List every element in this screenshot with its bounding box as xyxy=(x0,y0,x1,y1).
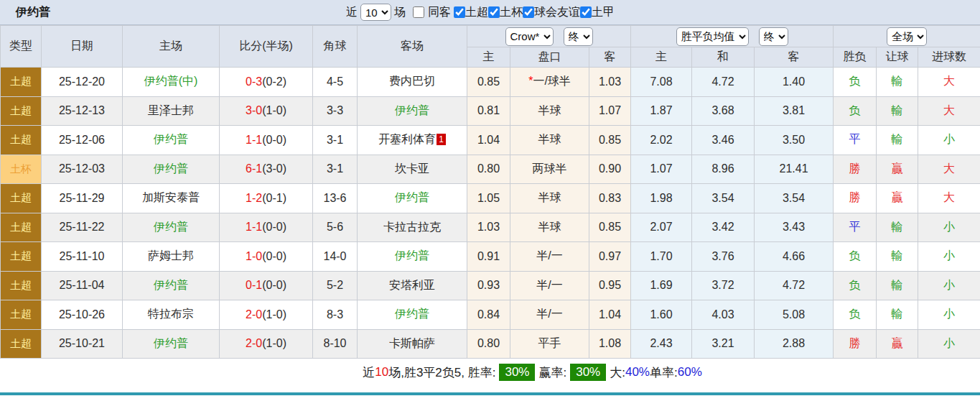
handicap-cell: 两球半 xyxy=(510,155,589,184)
corners-cell: 8-10 xyxy=(313,329,358,359)
avg-away-cell: 5.08 xyxy=(755,300,834,330)
home-team-cell: 伊约普(中) xyxy=(123,68,220,97)
league-label: 土杯 xyxy=(500,5,523,20)
avg-type-select[interactable]: 胜平负均值 xyxy=(676,27,749,46)
home-team-name: 伊约普 xyxy=(154,221,188,233)
date-cell: 25-11-22 xyxy=(42,213,123,242)
league-checkbox-1[interactable] xyxy=(488,6,500,18)
match-table: 类型 日期 主场 比分(半场) 角球 客场 Crow* 终 胜平负均值 终 全场 xyxy=(0,25,980,359)
fulltime-score: 0-1 xyxy=(246,279,262,291)
result-cell: 勝 xyxy=(834,184,877,213)
score-cell: 0-3(0-2) xyxy=(220,68,313,97)
avg-draw-cell: 4.03 xyxy=(692,300,755,330)
subcol-odds-away: 客 xyxy=(589,47,631,68)
avg-home-cell: 7.08 xyxy=(631,68,692,97)
corners-cell: 3-1 xyxy=(313,155,358,184)
subcol-handicap: 盘口 xyxy=(510,47,589,68)
goals-cell: 小 xyxy=(918,126,980,155)
avg-state-select[interactable]: 终 xyxy=(759,27,788,46)
halftime-score: (3-0) xyxy=(262,162,286,175)
date-cell: 25-12-20 xyxy=(42,68,123,97)
summary-text: 近 xyxy=(363,364,375,381)
avg-away-cell: 2.88 xyxy=(755,329,834,359)
odds-home-cell: 0.85 xyxy=(467,68,510,97)
same-away-checkbox[interactable] xyxy=(413,6,424,18)
type-cell: 土超 xyxy=(1,242,42,272)
subcol-odds-home: 主 xyxy=(467,47,510,68)
score-cell: 3-0(1-0) xyxy=(220,96,313,126)
home-team-cell: 伊约普 xyxy=(123,329,220,359)
scope-select[interactable]: 全场 xyxy=(887,27,927,46)
summary-text: 单率: xyxy=(650,364,678,381)
match-rows: 土超25-12-20伊约普(中)0-3(0-2)4-5费内巴切0.85*一/球半… xyxy=(1,68,980,359)
halftime-score: (0-0) xyxy=(262,221,286,233)
subcol-result: 胜负 xyxy=(834,47,877,68)
page-title: 伊约普 xyxy=(16,0,50,24)
home-team-cell: 特拉布宗 xyxy=(123,300,220,330)
avg-draw-cell: 3.46 xyxy=(692,126,755,155)
handicap-result-cell: 輸 xyxy=(877,96,918,126)
odds-away-cell: 1.03 xyxy=(589,68,631,97)
handicap-cell: 半/一 xyxy=(510,300,589,330)
scope-group-header: 全场 xyxy=(834,26,980,47)
avg-home-cell: 2.07 xyxy=(631,213,692,242)
halftime-score: (0-1) xyxy=(262,192,286,204)
same-away-label: 同客 xyxy=(428,5,451,20)
handicap-cell: 半/一 xyxy=(510,271,589,300)
fulltime-score: 6-1 xyxy=(246,162,262,175)
away-team-cell: 卡斯帕萨 xyxy=(358,329,467,359)
odds-company-select[interactable]: Crow* xyxy=(505,27,554,46)
halftime-score: (1-0) xyxy=(262,337,286,349)
avg-draw-cell: 3.68 xyxy=(692,96,755,126)
league-label: 土超 xyxy=(465,5,488,20)
table-row: 土杯25-12-03伊约普6-1(3-0)3-1坎卡亚0.80两球半0.901.… xyxy=(1,155,980,184)
recent-count-select[interactable]: 10 xyxy=(360,4,391,21)
fulltime-score: 2-0 xyxy=(246,337,262,349)
subcol-avg-away: 客 xyxy=(755,47,834,68)
corners-cell: 14-0 xyxy=(313,242,358,272)
table-row: 土超25-12-06伊约普1-1(0-0)3-1开塞利体育11.04半球0.85… xyxy=(1,126,980,155)
score-cell: 1-2(0-1) xyxy=(220,184,313,213)
avg-away-cell: 1.40 xyxy=(755,68,834,97)
away-team-cell: 伊约普 xyxy=(358,96,467,126)
odds-away-cell: 1.07 xyxy=(589,96,631,126)
handicap-cell: 半球 xyxy=(510,213,589,242)
table-row: 土超25-12-13里泽士邦3-0(1-0)3-3伊约普0.81半球1.071.… xyxy=(1,96,980,126)
result-cell: 负 xyxy=(834,300,877,330)
table-row: 土超25-11-10萨姆士邦1-0(0-0)14-0伊约普0.91半/一0.97… xyxy=(1,242,980,272)
type-cell: 土杯 xyxy=(1,155,42,184)
league-filter-item: 土杯 xyxy=(488,5,523,20)
corners-cell: 3-3 xyxy=(313,96,358,126)
odds-away-cell: 1.08 xyxy=(589,329,631,359)
league-checkbox-0[interactable] xyxy=(454,6,465,18)
odds-state-select[interactable]: 终 xyxy=(564,27,593,46)
handicap-cell: 半球 xyxy=(510,126,589,155)
halftime-score: (0-0) xyxy=(262,279,286,291)
handicap-result-cell: 輸 xyxy=(877,126,918,155)
summary-text: 赢率: xyxy=(538,364,566,381)
table-row: 土超25-12-20伊约普(中)0-3(0-2)4-5费内巴切0.85*一/球半… xyxy=(1,68,980,97)
league-checkbox-2[interactable] xyxy=(523,6,534,18)
type-cell: 土超 xyxy=(1,213,42,242)
type-cell: 土超 xyxy=(1,68,42,97)
corners-cell: 8-3 xyxy=(313,300,358,330)
subcol-avg-draw: 和 xyxy=(692,47,755,68)
table-row: 土超25-10-26特拉布宗2-0(1-0)8-3伊约普0.84半/一1.041… xyxy=(1,300,980,330)
fulltime-score: 1-2 xyxy=(246,192,262,204)
odds-group-header: Crow* 终 xyxy=(467,26,631,47)
handicap-result-cell: 輸 xyxy=(877,300,918,330)
result-cell: 勝 xyxy=(834,329,877,359)
home-team-name: 伊约普 xyxy=(154,162,188,175)
avg-home-cell: 1.07 xyxy=(631,155,692,184)
corners-cell: 13-6 xyxy=(313,184,358,213)
date-cell: 25-10-21 xyxy=(42,329,123,359)
avg-draw-cell: 3.54 xyxy=(692,184,755,213)
score-cell: 0-1(0-0) xyxy=(220,271,313,300)
col-header-home: 主场 xyxy=(123,26,220,68)
col-header-corners: 角球 xyxy=(313,26,358,68)
result-cell: 平 xyxy=(834,126,877,155)
away-team-name: 伊约普 xyxy=(395,191,429,203)
handicap-result-cell: 贏 xyxy=(877,184,918,213)
league-checkbox-group: 土超土杯球会友谊土甲 xyxy=(454,5,615,20)
league-checkbox-3[interactable] xyxy=(580,6,592,18)
